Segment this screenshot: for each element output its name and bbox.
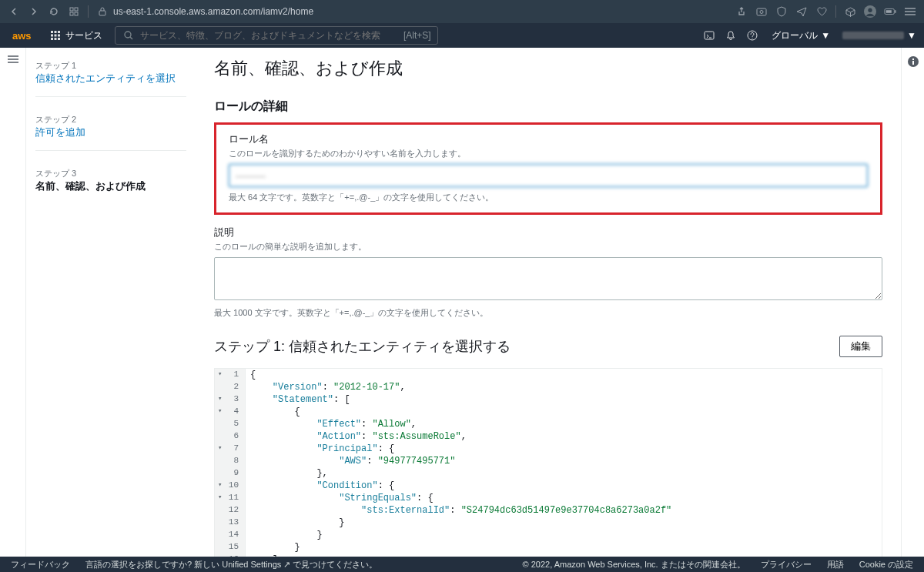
heart-icon[interactable] — [815, 5, 828, 18]
svg-rect-13 — [54, 31, 56, 33]
svg-point-6 — [760, 11, 763, 14]
description-input[interactable] — [214, 257, 882, 300]
step-1-link[interactable]: 信頼されたエンティティを選択 — [35, 72, 186, 85]
svg-rect-16 — [54, 35, 56, 37]
step-2-link[interactable]: 許可を追加 — [35, 125, 186, 139]
cube-icon[interactable] — [844, 5, 856, 18]
feedback-link[interactable]: フィードバック — [11, 559, 70, 570]
cloudshell-icon[interactable] — [702, 28, 716, 42]
help-icon[interactable] — [745, 28, 759, 42]
back-icon[interactable] — [8, 5, 20, 18]
step-3-small: ステップ 3 — [35, 168, 186, 179]
browser-chrome-bar: us-east-1.console.aws.amazon.com/iamv2/h… — [0, 0, 924, 23]
wizard-steps: ステップ 1 信頼されたエンティティを選択 ステップ 2 許可を追加 ステップ … — [26, 48, 196, 557]
svg-point-8 — [868, 8, 872, 12]
svg-rect-17 — [58, 35, 60, 37]
main-layout: ステップ 1 信頼されたエンティティを選択 ステップ 2 許可を追加 ステップ … — [0, 48, 924, 557]
region-label: グローバル — [772, 29, 818, 42]
page-title: 名前、確認、および作成 — [214, 57, 882, 80]
svg-point-21 — [125, 32, 131, 38]
svg-rect-2 — [70, 12, 73, 15]
terms-link[interactable]: 用語 — [827, 559, 844, 570]
camera-icon[interactable] — [755, 5, 768, 18]
user-avatar-icon[interactable] — [864, 5, 876, 18]
svg-rect-20 — [58, 38, 60, 40]
shield-icon[interactable] — [775, 5, 788, 18]
lock-icon — [96, 5, 109, 18]
menu-icon[interactable] — [904, 5, 916, 18]
role-name-label: ロール名 — [229, 132, 868, 146]
svg-rect-3 — [75, 12, 78, 15]
chevron-down-icon: ▼ — [821, 30, 830, 41]
hamburger-icon — [8, 55, 18, 557]
svg-rect-19 — [54, 38, 56, 40]
description-label: 説明 — [214, 226, 882, 239]
step-1-small: ステップ 1 — [35, 60, 186, 72]
svg-rect-12 — [51, 31, 53, 33]
svg-rect-4 — [99, 11, 105, 15]
cookie-link[interactable]: Cookie の設定 — [859, 559, 913, 570]
svg-rect-1 — [75, 8, 78, 11]
svg-point-23 — [748, 31, 757, 40]
role-name-help: 最大 64 文字です。英数字と「+=,.@-_」の文字を使用してください。 — [229, 192, 868, 203]
unified-settings-link[interactable]: Unified Settings — [222, 560, 281, 569]
copyright: © 2022, Amazon Web Services, Inc. またはその関… — [523, 559, 745, 570]
forward-icon[interactable] — [28, 5, 40, 18]
step1-review-title: ステップ 1: 信頼されたエンティティを選択する — [214, 337, 511, 356]
svg-rect-25 — [912, 61, 914, 65]
svg-rect-11 — [886, 10, 892, 13]
svg-rect-5 — [757, 8, 766, 15]
address-bar[interactable]: us-east-1.console.aws.amazon.com/iamv2/h… — [96, 5, 728, 18]
account-menu[interactable]: ▼ — [842, 30, 916, 41]
step-3-current: 名前、確認、および作成 — [35, 179, 186, 193]
reload-icon[interactable] — [48, 5, 60, 18]
apps-icon[interactable] — [68, 5, 80, 18]
step-2-small: ステップ 2 — [35, 114, 186, 125]
language-hint: 言語の選択をお探しですか? 新しい Unified Settings ↗ で見つ… — [85, 559, 377, 570]
svg-rect-0 — [70, 8, 73, 11]
svg-rect-10 — [895, 10, 896, 13]
share-icon[interactable] — [735, 5, 748, 18]
svg-rect-18 — [51, 38, 53, 40]
description-help: 最大 1000 文字です。英数字と「+=,.@-_」の文字を使用してください。 — [214, 307, 882, 319]
account-name-redacted — [842, 32, 904, 39]
svg-rect-26 — [912, 59, 914, 60]
header-search[interactable]: [Alt+S] — [115, 26, 438, 45]
search-icon — [122, 28, 136, 42]
aws-header: aws サービス [Alt+S] グローバル ▼ ▼ — [0, 23, 924, 48]
aws-logo[interactable]: aws — [8, 30, 36, 42]
description-hint: このロールの簡単な説明を追加します。 — [214, 241, 882, 253]
description-section: 説明 このロールの簡単な説明を追加します。 最大 1000 文字です。英数字と「… — [214, 226, 882, 319]
role-name-input[interactable] — [229, 164, 868, 187]
console-footer: フィードバック 言語の選択をお探しですか? 新しい Unified Settin… — [0, 557, 924, 572]
url-text: us-east-1.console.aws.amazon.com/iamv2/h… — [113, 6, 313, 17]
search-shortcut: [Alt+S] — [403, 30, 431, 41]
role-details-head: ロールの詳細 — [214, 99, 882, 115]
info-icon — [907, 55, 919, 557]
search-input[interactable] — [140, 30, 399, 41]
privacy-link[interactable]: プライバシー — [761, 559, 812, 570]
edit-button[interactable]: 編集 — [839, 336, 882, 357]
services-label: サービス — [65, 29, 102, 42]
content: 名前、確認、および作成 ロールの詳細 ロール名 このロールを識別するためのわかり… — [196, 48, 901, 557]
grid-icon — [49, 28, 62, 42]
role-name-hint: このロールを識別するためのわかりやすい名前を入力します。 — [229, 148, 868, 159]
svg-rect-14 — [58, 31, 60, 33]
region-menu[interactable]: グローバル ▼ — [767, 29, 835, 42]
sidebar-toggle[interactable] — [0, 48, 26, 557]
bell-icon[interactable] — [724, 28, 738, 42]
svg-rect-15 — [51, 35, 53, 37]
send-icon[interactable] — [795, 5, 808, 18]
chevron-down-icon: ▼ — [907, 30, 916, 41]
services-menu[interactable]: サービス — [44, 25, 107, 45]
role-name-section: ロール名 このロールを識別するためのわかりやすい名前を入力します。 最大 64 … — [214, 122, 882, 215]
policy-editor[interactable]: ▾1{ 2 "Version": "2012-10-17", ▾3 "State… — [214, 368, 882, 557]
external-link-icon: ↗ — [281, 560, 290, 569]
battery-icon[interactable] — [884, 5, 896, 18]
info-rail[interactable] — [901, 48, 924, 557]
